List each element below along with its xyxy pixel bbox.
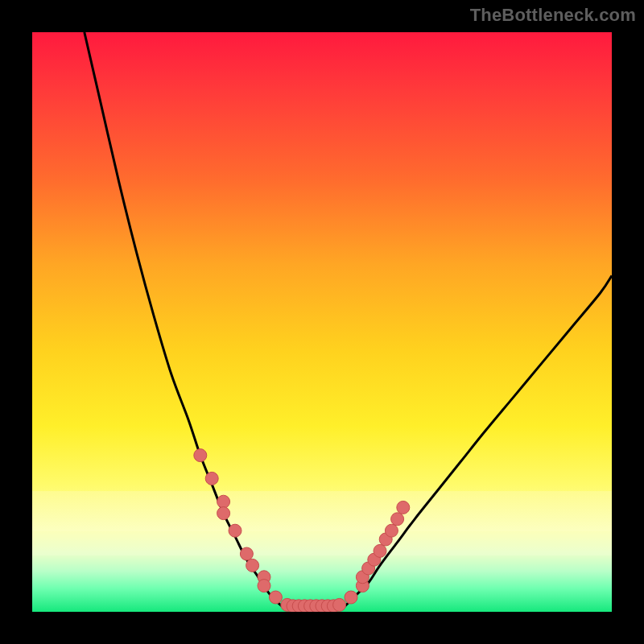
watermark-text: TheBottleneck.com [470, 5, 636, 26]
plot-area [32, 32, 612, 612]
chart-frame: TheBottleneck.com [0, 0, 644, 644]
